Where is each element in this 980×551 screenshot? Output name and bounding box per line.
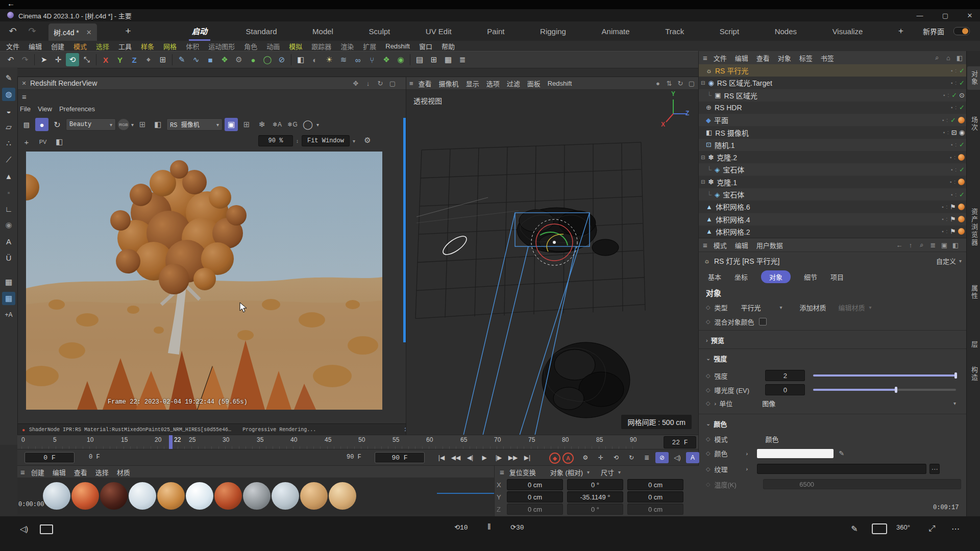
key-dot-icon[interactable]: ◇ bbox=[706, 450, 710, 457]
model-mode-icon[interactable]: ◍ bbox=[2, 88, 15, 101]
key-dot-icon[interactable]: ◇ bbox=[706, 318, 710, 325]
object-label[interactable]: 克隆.2 bbox=[717, 152, 737, 162]
document-tab[interactable]: 树.c4d * ✕ bbox=[48, 23, 97, 41]
menu-mode[interactable]: 模式 bbox=[74, 41, 87, 51]
new-ui-label[interactable]: 新界面 bbox=[923, 26, 944, 36]
visibility-dots-icon[interactable]: ▪ : bbox=[942, 229, 948, 234]
display-mode-chevron-icon[interactable]: ▾ bbox=[131, 122, 134, 128]
mat-menu-create[interactable]: 创建 bbox=[31, 467, 44, 477]
key-position-icon[interactable]: ✛ bbox=[594, 452, 607, 463]
scale-z-field[interactable]: 0 cm bbox=[627, 504, 683, 515]
type-chevron-icon[interactable]: ▾ bbox=[779, 305, 782, 310]
bucket-grid-icon[interactable]: ⊞ bbox=[240, 118, 253, 131]
object-row[interactable]: ◆平面▪ :✓ bbox=[699, 114, 967, 126]
menu-spline[interactable]: 样条 bbox=[141, 41, 154, 51]
object-row[interactable]: ▲体积网格.2▪ :⚑ bbox=[699, 226, 967, 238]
rv-camera-dropdown[interactable]: RS 摄像机▾ bbox=[166, 118, 223, 131]
rot-z-field[interactable]: 0 ° bbox=[567, 504, 623, 515]
visibility-dots-icon[interactable]: ▪ : bbox=[943, 92, 949, 98]
render-queue-icon[interactable]: ⊞ bbox=[427, 53, 440, 66]
material-thumbnail[interactable] bbox=[272, 482, 299, 510]
texture-axis-icon[interactable]: A bbox=[2, 235, 15, 248]
menu-animation[interactable]: 动画 bbox=[266, 41, 280, 51]
copy-image-icon[interactable]: ◧ bbox=[53, 135, 66, 148]
vp-swap-icon[interactable]: ⇅ bbox=[664, 80, 674, 87]
menu-character[interactable]: 角色 bbox=[244, 41, 257, 51]
vp-menu-display[interactable]: 显示 bbox=[466, 79, 479, 88]
layout-tab-track[interactable]: Track bbox=[665, 27, 684, 36]
mat-hamburger-icon[interactable]: ≡ bbox=[20, 468, 25, 477]
viewport-hamburger-icon[interactable]: ≡ bbox=[409, 80, 413, 87]
mix-color-checkbox[interactable] bbox=[759, 318, 767, 325]
pan-icon[interactable]: ✥ bbox=[350, 80, 361, 87]
tab-object[interactable]: 对象 bbox=[761, 270, 791, 283]
content-browser-icon[interactable]: ≣ bbox=[456, 53, 469, 66]
constraint-icon[interactable]: ∞ bbox=[351, 53, 364, 66]
tag-icon[interactable]: ⊙ bbox=[959, 91, 965, 99]
key-dot-icon[interactable]: ◇ bbox=[706, 436, 710, 442]
ev-slider[interactable] bbox=[813, 389, 956, 391]
freeze-icon[interactable]: ❄ bbox=[255, 118, 268, 131]
vp-menu-view[interactable]: 查看 bbox=[419, 79, 432, 88]
texture-mode-icon[interactable]: ◒ bbox=[2, 104, 15, 117]
viewport[interactable]: ≡ 查看 摄像机 显示 选项 过滤 面板 Redshift ● ⇅ ↻ ▢ 透视… bbox=[406, 77, 699, 436]
object-row[interactable]: └◈宝石体▪ :✓ bbox=[699, 163, 967, 176]
coord-hamburger-icon[interactable]: ≡ bbox=[500, 468, 504, 477]
close-icon[interactable]: ✕ bbox=[960, 9, 980, 21]
menu-mograph[interactable]: 运动图形 bbox=[208, 41, 235, 51]
tab-basic[interactable]: 基本 bbox=[708, 272, 721, 282]
attr-search-icon[interactable]: ⌕ bbox=[917, 241, 927, 249]
rv-menu-preferences[interactable]: Preferences bbox=[59, 105, 95, 113]
unit-value[interactable]: 图像 bbox=[762, 398, 775, 408]
object-label[interactable]: RS HDR bbox=[715, 104, 742, 112]
attr-row-intensity-header[interactable]: ⌄ 强度 bbox=[706, 354, 727, 363]
menu-mesh[interactable]: 网格 bbox=[163, 41, 177, 51]
layout-tab-animate[interactable]: Animate bbox=[602, 27, 630, 36]
end-frame-field[interactable]: 90 F bbox=[375, 452, 425, 463]
object-label[interactable]: 克隆.1 bbox=[717, 177, 737, 187]
rv-settings-gear-icon[interactable]: ⚙ bbox=[361, 134, 374, 146]
bone-icon[interactable]: ⑂ bbox=[365, 53, 379, 66]
visibility-dots-icon[interactable]: ▪ : bbox=[942, 204, 948, 210]
enable-state-icon[interactable]: ⚑ bbox=[950, 215, 956, 223]
menu-render[interactable]: 渲染 bbox=[340, 41, 354, 51]
dock-tab-layers[interactable]: 层 bbox=[967, 337, 980, 353]
undo-tool-icon[interactable]: ↶ bbox=[4, 53, 17, 66]
visibility-dots-icon[interactable]: ▪ : bbox=[951, 167, 957, 172]
renderview-titlebar[interactable]: ✕ Redshift RenderView ✥ ↓ ↻ ▢ bbox=[18, 77, 406, 90]
points-mode-icon[interactable]: ∴ bbox=[2, 137, 15, 150]
undo-icon[interactable]: ↶ bbox=[5, 24, 20, 38]
object-label[interactable]: 宝石体 bbox=[723, 164, 744, 174]
add-layout-icon[interactable]: + bbox=[898, 26, 903, 36]
layout-tab-startup[interactable]: 启动 bbox=[189, 21, 210, 41]
region-chevron-icon[interactable]: ▾ bbox=[316, 122, 319, 128]
history-icon[interactable]: ↻ bbox=[375, 80, 386, 87]
checker-background-icon[interactable]: ⊞ bbox=[136, 118, 149, 131]
dock-tab-attributes[interactable]: 属性 bbox=[967, 281, 980, 304]
axis-mode-icon[interactable]: ∟ bbox=[2, 202, 15, 215]
layout-tab-script[interactable]: Script bbox=[720, 27, 739, 36]
menu-volume[interactable]: 体积 bbox=[186, 41, 199, 51]
more-options-icon[interactable]: ⋯ bbox=[948, 521, 963, 536]
material-tag-icon[interactable] bbox=[958, 154, 965, 161]
object-label[interactable]: RS 摄像机 bbox=[715, 128, 748, 138]
object-row[interactable]: ⊟✽克隆.1▪ : bbox=[699, 176, 967, 188]
no-snap-icon[interactable]: ⊘ bbox=[655, 452, 669, 463]
deg360-button[interactable]: 360° bbox=[896, 523, 910, 531]
move-tool-icon[interactable]: ✛ bbox=[52, 53, 65, 66]
vp-menu-redshift[interactable]: Redshift bbox=[548, 80, 572, 87]
autokey-objects-icon[interactable]: A bbox=[686, 452, 699, 463]
material-thumbnail[interactable] bbox=[214, 482, 242, 510]
pause-icon[interactable]: ‖ bbox=[487, 522, 491, 532]
layout-tab-model[interactable]: Model bbox=[312, 27, 333, 36]
key-dot-icon[interactable]: ◇ bbox=[706, 387, 710, 393]
om-hamburger-icon[interactable]: ≡ bbox=[703, 54, 707, 62]
color-picker-pen-icon[interactable]: ✎ bbox=[839, 449, 844, 457]
vp-record-icon[interactable]: ● bbox=[653, 80, 663, 87]
object-row[interactable]: ⊕RS HDR▪ :✓ bbox=[699, 102, 967, 114]
unit-fold-icon[interactable]: › bbox=[714, 400, 716, 407]
tab-details[interactable]: 细节 bbox=[804, 272, 817, 282]
object-row[interactable]: ⊟✽克隆.2▪ : bbox=[699, 151, 967, 163]
object-row[interactable]: └◈宝石体▪ :✓ bbox=[699, 188, 967, 201]
sky-icon[interactable]: ≋ bbox=[337, 53, 350, 66]
